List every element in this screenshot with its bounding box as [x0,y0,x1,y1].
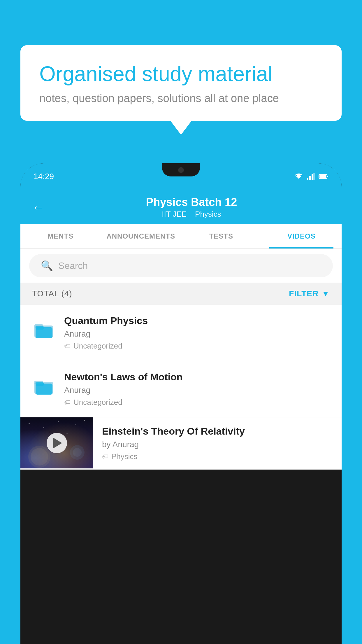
tab-videos[interactable]: VIDEOS [261,224,342,249]
svg-rect-1 [307,178,308,180]
video-item-tag: 🏷 Physics [102,452,333,461]
speech-bubble: Organised study material notes, question… [20,45,342,121]
total-count: TOTAL (4) [32,289,72,298]
search-bar: 🔍 Search [20,249,342,283]
status-icons [294,173,328,180]
svg-point-16 [29,423,30,424]
svg-point-21 [35,435,36,435]
search-placeholder: Search [58,260,88,271]
item-author: Anurag [64,386,330,395]
tag-label: Physics [111,452,138,461]
tag-icon: 🏷 [64,399,71,406]
signal-icon [307,173,315,180]
content-list: Quantum Physics Anurag 🏷 Uncategorized [20,305,342,470]
tab-announcements[interactable]: ANNOUNCEMENTS [101,224,181,249]
svg-point-20 [84,420,85,421]
header-title: Physics Batch 12 [53,196,330,209]
filter-label: FILTER [289,289,319,298]
play-button[interactable] [47,433,67,453]
video-item-info: Einstein's Theory Of Relativity by Anura… [93,417,342,469]
svg-rect-3 [312,174,313,180]
header-subtitle: IIT JEE Physics [53,210,330,219]
item-icon [32,373,55,399]
svg-rect-4 [313,173,315,180]
camera-dot [178,167,184,173]
status-bar: 14:29 [20,163,342,190]
app-header: ← Physics Batch 12 IIT JEE Physics [20,190,342,224]
back-button[interactable]: ← [32,200,44,214]
item-info: Quantum Physics Anurag 🏷 Uncategorized [64,315,330,351]
header-subtitle-physics: Physics [195,210,221,218]
filter-bar: TOTAL (4) FILTER ▼ [20,283,342,305]
folder-icon [33,319,54,340]
svg-point-19 [75,424,76,425]
svg-rect-15 [36,382,44,386]
video-item-author: by Anurag [102,440,333,449]
phone-notch [162,163,200,176]
tabs: MENTS ANNOUNCEMENTS TESTS VIDEOS [20,224,342,249]
item-tag: 🏷 Uncategorized [64,342,330,351]
phone: 14:29 [20,163,342,644]
play-triangle [53,438,62,448]
svg-marker-0 [296,176,301,179]
list-item[interactable]: Newton's Laws of Motion Anurag 🏷 Uncateg… [20,361,342,417]
list-item[interactable]: Quantum Physics Anurag 🏷 Uncategorized [20,305,342,361]
svg-rect-2 [309,176,311,180]
filter-button[interactable]: FILTER ▼ [289,289,330,298]
svg-point-17 [43,427,44,428]
search-input-container[interactable]: 🔍 Search [29,254,333,277]
folder-icon [33,375,54,396]
item-info: Newton's Laws of Motion Anurag 🏷 Uncateg… [64,371,330,407]
wifi-icon [294,173,303,180]
svg-point-23 [67,433,68,434]
status-time: 14:29 [34,172,54,181]
battery-icon [319,174,328,179]
svg-point-18 [58,421,59,422]
bubble-title: Organised study material [39,61,323,86]
svg-rect-11 [36,326,44,330]
tab-tests[interactable]: TESTS [181,224,261,249]
tag-icon: 🏷 [102,453,108,461]
tag-label: Uncategorized [73,342,122,351]
item-title: Quantum Physics [64,315,330,326]
search-icon: 🔍 [41,260,53,272]
filter-icon: ▼ [321,289,330,298]
tab-ments[interactable]: MENTS [20,224,101,249]
tag-label: Uncategorized [73,398,122,407]
item-tag: 🏷 Uncategorized [64,398,330,407]
header-subtitle-iitjee: IIT JEE [162,210,187,218]
tag-icon: 🏷 [64,342,71,350]
video-thumbnail [20,417,93,468]
svg-rect-7 [319,175,326,178]
svg-point-25 [31,448,48,466]
item-title: Newton's Laws of Motion [64,371,330,383]
item-author: Anurag [64,329,330,339]
svg-point-22 [49,432,50,432]
item-icon [32,316,55,343]
svg-rect-6 [327,176,328,177]
bubble-subtitle: notes, question papers, solutions all at… [39,92,323,105]
video-item-title: Einstein's Theory Of Relativity [102,426,333,437]
svg-point-27 [73,448,82,457]
header-title-area: Physics Batch 12 IIT JEE Physics [53,196,330,219]
list-item-video[interactable]: Einstein's Theory Of Relativity by Anura… [20,417,342,470]
